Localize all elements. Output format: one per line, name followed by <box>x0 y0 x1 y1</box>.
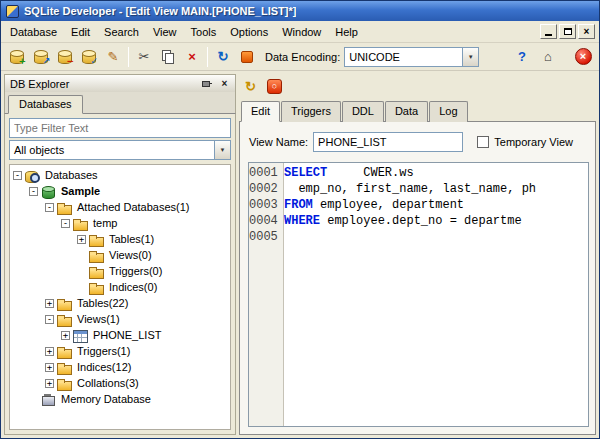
tree-item-views-1[interactable]: -Views(1) <box>10 311 230 327</box>
filter-input[interactable] <box>9 118 231 138</box>
tree-item-tables-22[interactable]: +Tables(22) <box>10 295 230 311</box>
expand-icon[interactable]: + <box>45 379 54 388</box>
tree-item-temp[interactable]: -temp <box>10 215 230 231</box>
expand-icon[interactable]: + <box>61 331 70 340</box>
objects-filter-select[interactable]: All objects ▼ <box>9 140 231 160</box>
menu-edit[interactable]: Edit <box>64 22 97 42</box>
delete-icon: × <box>188 50 196 63</box>
mdi-restore-button[interactable] <box>559 24 576 39</box>
code-line: 0005 <box>249 229 588 245</box>
open-database-button[interactable]: ↗ <box>29 45 53 68</box>
close-icon: × <box>584 27 590 37</box>
tree-item-views-0[interactable]: Views(0) <box>10 247 230 263</box>
expand-icon[interactable]: + <box>45 299 54 308</box>
refresh-view-icon: ↻ <box>245 80 256 93</box>
data-encoding-value: UNICODE <box>345 48 462 66</box>
tree-item-label: temp <box>91 217 119 229</box>
close-panel-button[interactable]: × <box>217 77 232 91</box>
tree-item-collations-3[interactable]: +Collations(3) <box>10 375 230 391</box>
home-button[interactable]: ⌂ <box>536 45 560 68</box>
collapse-icon[interactable]: - <box>45 203 54 212</box>
temporary-view-checkbox[interactable]: Temporary View <box>477 136 585 148</box>
tree-item-label: Views(1) <box>75 313 122 325</box>
home-icon: ⌂ <box>544 50 552 63</box>
close-icon: × <box>222 79 228 89</box>
objects-filter-value: All objects <box>10 141 214 159</box>
app-window: SQLite Developer - [Edit View MAIN.[PHON… <box>0 0 600 439</box>
data-encoding-select[interactable]: UNICODE ▼ <box>344 47 479 67</box>
expand-icon[interactable]: + <box>45 363 54 372</box>
tree-item-attached-databases-1[interactable]: -Attached Databases(1) <box>10 199 230 215</box>
delete-button[interactable]: × <box>180 45 204 68</box>
app-icon <box>6 5 19 18</box>
folder-icon <box>73 217 88 230</box>
tree-item-indices-12[interactable]: +Indices(12) <box>10 359 230 375</box>
collapse-icon[interactable]: - <box>29 187 38 196</box>
panel-title: DB Explorer <box>10 78 69 90</box>
refresh-view-button[interactable]: ↻ <box>240 76 261 97</box>
tree-item-phone-list[interactable]: +PHONE_LIST <box>10 327 230 343</box>
db-explorer-panel: DB Explorer × Databases All objects ▼ -D… <box>4 74 236 435</box>
mdi-close-button[interactable]: × <box>578 24 595 39</box>
collapse-icon[interactable]: - <box>45 315 54 324</box>
stop-refresh-button[interactable] <box>235 45 259 68</box>
tree-item-databases[interactable]: -Databases <box>10 167 230 183</box>
pin-panel-button[interactable] <box>199 77 214 91</box>
expand-icon[interactable]: + <box>45 347 54 356</box>
edit-database-button[interactable]: ✎ <box>101 45 125 68</box>
tree-item-sample[interactable]: -Sample <box>10 183 230 199</box>
tree-item-label: PHONE_LIST <box>91 329 163 341</box>
tree-item-triggers-1[interactable]: +Triggers(1) <box>10 343 230 359</box>
new-database-button[interactable]: + <box>5 45 29 68</box>
main-toolbar: +↗−✓✎✂×↻ Data Encoding: UNICODE ▼ ?⌂× <box>1 43 599 71</box>
view-name-input[interactable] <box>313 132 463 152</box>
chevron-down-icon[interactable]: ▼ <box>214 141 230 159</box>
tab-data[interactable]: Data <box>385 101 428 122</box>
collapse-icon[interactable]: - <box>13 171 22 180</box>
tab-log[interactable]: Log <box>429 101 467 122</box>
toolbar-separator <box>207 47 208 67</box>
tree-item-label: Attached Databases(1) <box>75 201 192 213</box>
tree-item-memory-database[interactable]: Memory Database <box>10 391 230 407</box>
tree-item-tables-1[interactable]: +Tables(1) <box>10 231 230 247</box>
explorer-tabs: Databases <box>4 92 236 114</box>
menu-view[interactable]: View <box>146 22 184 42</box>
refresh-icon: ↻ <box>218 50 229 63</box>
abort-button[interactable]: ○ <box>264 76 285 97</box>
menu-tools[interactable]: Tools <box>184 22 224 42</box>
tree-item-label: Tables(22) <box>75 297 130 309</box>
expand-icon[interactable]: + <box>77 235 86 244</box>
sql-editor[interactable]: 0001SELECT CWER.ws0002 emp_no, first_nam… <box>248 162 589 427</box>
help-button[interactable]: ? <box>510 45 534 68</box>
menu-database[interactable]: Database <box>3 22 64 42</box>
exit-button[interactable]: × <box>571 45 595 68</box>
tab-databases[interactable]: Databases <box>8 95 83 114</box>
db-explorer-header: DB Explorer × <box>4 74 236 92</box>
chevron-down-icon[interactable]: ▼ <box>462 48 478 66</box>
tree-item-label: Collations(3) <box>75 377 141 389</box>
attach-database-button[interactable]: ✓ <box>77 45 101 68</box>
database-tree: -Databases-Sample-Attached Databases(1)-… <box>9 164 231 430</box>
menu-window[interactable]: Window <box>275 22 328 42</box>
tree-item-triggers-0[interactable]: Triggers(0) <box>10 263 230 279</box>
tab-edit[interactable]: Edit <box>241 101 280 122</box>
copy-button[interactable] <box>156 45 180 68</box>
title-bar[interactable]: SQLite Developer - [Edit View MAIN.[PHON… <box>1 1 599 21</box>
menu-help[interactable]: Help <box>328 22 365 42</box>
stop-refresh-icon <box>241 51 253 63</box>
help-icon: ? <box>518 50 526 63</box>
tree-item-label: Tables(1) <box>107 233 156 245</box>
mdi-minimize-button[interactable] <box>540 24 557 39</box>
collapse-icon[interactable]: - <box>61 219 70 228</box>
refresh-button[interactable]: ↻ <box>211 45 235 68</box>
mdi-window-buttons: × <box>540 24 597 39</box>
tab-ddl[interactable]: DDL <box>342 101 384 122</box>
cut-button[interactable]: ✂ <box>132 45 156 68</box>
view-name-row: View Name: Temporary View <box>240 122 595 157</box>
tree-item-indices-0[interactable]: Indices(0) <box>10 279 230 295</box>
tab-triggers[interactable]: Triggers <box>281 101 341 122</box>
table-grid-icon <box>73 329 88 342</box>
close-database-button[interactable]: − <box>53 45 77 68</box>
menu-search[interactable]: Search <box>97 22 146 42</box>
menu-options[interactable]: Options <box>223 22 275 42</box>
